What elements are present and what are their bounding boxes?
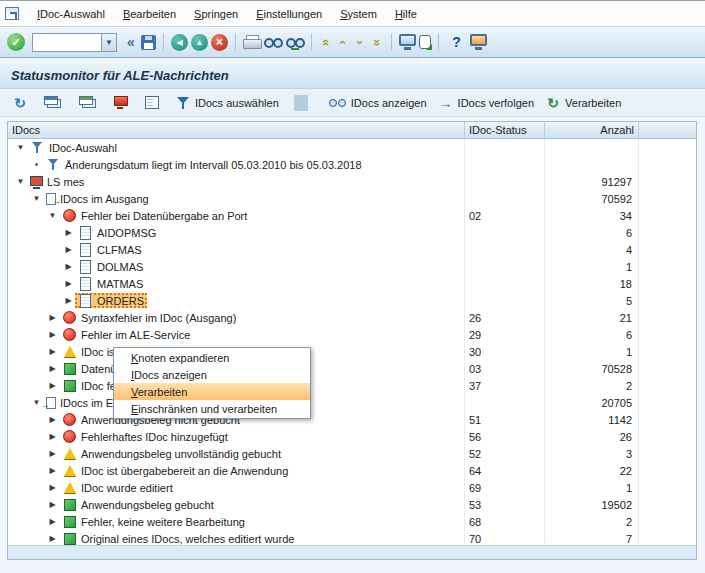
find-next-icon[interactable] (285, 35, 304, 50)
command-field[interactable] (32, 33, 102, 52)
help-icon[interactable]: ? (446, 32, 467, 53)
tree-row[interactable]: Änderungsdatum liegt im Intervall 05.03.… (8, 156, 696, 173)
tree-node[interactable]: DOLMAS (75, 259, 146, 274)
expander-icon[interactable] (46, 449, 59, 458)
expander-icon[interactable] (46, 432, 59, 441)
expander-icon[interactable] (62, 279, 75, 288)
expander-icon[interactable] (14, 143, 27, 152)
tree-row[interactable]: IDoc wurde editiert 69 1 (8, 479, 696, 496)
tree-node[interactable]: Original eines IDocs, welches editiert w… (59, 531, 297, 546)
expander-icon[interactable] (46, 483, 59, 492)
tree-node[interactable]: IDoc ist übergabebereit an die Anwendung (59, 463, 291, 478)
process-button[interactable]: Verarbeiten (541, 93, 626, 112)
column-header-idocs[interactable]: IDocs (8, 122, 465, 138)
tree-row[interactable]: Syntaxfehler im IDoc (Ausgang) 26 21 (8, 309, 696, 326)
tree-node[interactable]: IDoc wurde editiert (59, 480, 176, 495)
tree-node[interactable]: MATMAS (75, 276, 146, 291)
menu-item[interactable]: Hilfe (386, 4, 426, 24)
expander-icon[interactable] (46, 211, 59, 220)
exit-icon[interactable]: ▲ (191, 34, 208, 51)
expander-icon[interactable] (46, 534, 59, 543)
expander-icon[interactable] (46, 381, 59, 390)
tree-row[interactable]: CLFMAS 4 (8, 241, 696, 258)
expander-icon[interactable] (14, 177, 27, 186)
save-icon[interactable] (141, 35, 156, 50)
print-icon[interactable] (243, 35, 260, 49)
command-dropdown-icon[interactable]: ▼ (102, 33, 117, 52)
tree-node[interactable]: Fehler bei Datenübergabe an Port (59, 208, 250, 223)
tree-node[interactable]: IDoc-Auswahl (27, 140, 120, 155)
tree-row[interactable]: Anwendungsbeleg unvollständig gebucht 52… (8, 445, 696, 462)
tree-row[interactable]: Fehlerhaftes IDoc hinzugefügt 56 26 (8, 428, 696, 445)
column-header-idoc-status[interactable]: IDoc-Status (465, 122, 545, 138)
expander-icon[interactable] (46, 330, 59, 339)
collapse-command-field-icon[interactable]: « (124, 32, 138, 53)
back-icon[interactable]: ◀ (171, 34, 188, 51)
tree-row[interactable]: Fehler, keine weitere Bearbeitung 68 2 (8, 513, 696, 530)
expander-icon[interactable] (30, 159, 43, 170)
expander-icon[interactable] (62, 296, 75, 305)
column-header-anzahl[interactable]: Anzahl (545, 122, 639, 138)
expander-icon[interactable] (46, 466, 59, 475)
tree-node[interactable]: Anwendungsbeleg unvollständig gebucht (59, 446, 284, 461)
tree-node[interactable]: Änderungsdatum liegt im Intervall 05.03.… (43, 157, 365, 172)
cancel-icon[interactable]: × (211, 34, 228, 51)
trace-idocs-button[interactable]: IDocs verfolgen (434, 93, 539, 112)
expander-icon[interactable] (62, 262, 75, 271)
tree-node[interactable]: Anwendungsbeleg gebucht (59, 497, 217, 512)
context-menu-item[interactable]: Einschränken und verarbeiten (114, 400, 310, 417)
enter-icon[interactable] (7, 33, 25, 51)
system-menu-icon[interactable] (5, 7, 19, 20)
red-monitor-icon[interactable] (109, 94, 138, 111)
tree-node[interactable]: CLFMAS (75, 242, 145, 257)
tree-row[interactable]: Anwendungsbeleg gebucht 53 19502 (8, 496, 696, 513)
expander-icon[interactable] (46, 313, 59, 322)
tree-node[interactable]: AIDOPMSG (75, 225, 159, 240)
windows-icon[interactable] (39, 94, 72, 111)
tree-row[interactable]: IDoc fehlerhaft hinzugefügt 37 2 (8, 377, 696, 394)
tree-row[interactable]: ORDERS 5 (8, 292, 696, 309)
expander-icon[interactable] (46, 364, 59, 373)
find-icon[interactable] (263, 35, 282, 50)
tree-row[interactable]: LS mes 91297 (8, 173, 696, 190)
expander-icon[interactable] (46, 500, 59, 509)
expander-icon[interactable] (62, 228, 75, 237)
menu-item[interactable]: IDoc-Auswahl (28, 4, 114, 24)
expander-icon[interactable] (62, 245, 75, 254)
tree-row[interactable]: Datenübergabe an Port OK 03 70528 (8, 360, 696, 377)
tree-node[interactable]: ORDERS (75, 293, 147, 308)
tree-row[interactable]: IDoc ist übergabebereit an die Anwendung… (8, 462, 696, 479)
window-display-icon[interactable] (74, 94, 107, 111)
tree-node[interactable]: Fehlerhaftes IDoc hinzugefügt (59, 429, 231, 444)
create-shortcut-icon[interactable] (419, 35, 431, 49)
refresh-icon[interactable] (8, 93, 37, 112)
gui-settings-icon[interactable] (470, 34, 487, 46)
tree-row[interactable]: MATMAS 18 (8, 275, 696, 292)
menu-item[interactable]: Bearbeiten (114, 4, 185, 24)
tree-node[interactable]: Syntaxfehler im IDoc (Ausgang) (59, 310, 239, 325)
context-menu-item[interactable]: Knoten expandieren (114, 349, 310, 366)
last-page-icon[interactable]: » (367, 35, 388, 49)
tree-node[interactable]: LS mes (27, 174, 87, 189)
tree-row[interactable]: Anwendungsbeleg nicht gebucht 51 1142 (8, 411, 696, 428)
context-menu-item[interactable]: IDocs anzeigen (114, 366, 310, 383)
tree-row[interactable]: IDoc-Auswahl (8, 139, 696, 156)
tree-node[interactable]: Fehler im ALE-Service (59, 327, 193, 342)
tree-node[interactable]: Fehler, keine weitere Bearbeitung (59, 514, 248, 529)
expander-icon[interactable] (30, 194, 43, 203)
new-session-icon[interactable] (399, 34, 416, 46)
tree-row[interactable]: IDocs im Ausgang 70592 (8, 190, 696, 207)
tree-row[interactable]: DOLMAS 1 (8, 258, 696, 275)
tree-row[interactable]: AIDOPMSG 6 (8, 224, 696, 241)
display-idocs-button[interactable]: IDocs anzeigen (323, 93, 432, 112)
tree-row[interactable]: Fehler im ALE-Service 29 6 (8, 326, 696, 343)
idoc-document-icon[interactable] (140, 94, 169, 111)
expander-icon[interactable] (46, 517, 59, 526)
tree-row[interactable]: Fehler bei Datenübergabe an Port 02 34 (8, 207, 696, 224)
context-menu-item[interactable]: Verarbeiten (114, 383, 310, 400)
menu-item[interactable]: Einstellungen (247, 4, 331, 24)
select-idocs-button[interactable]: IDocs auswählen (171, 94, 284, 112)
expander-icon[interactable] (46, 415, 59, 424)
tree-node[interactable]: IDocs im Ausgang (43, 191, 152, 206)
menu-item[interactable]: System (331, 4, 386, 24)
